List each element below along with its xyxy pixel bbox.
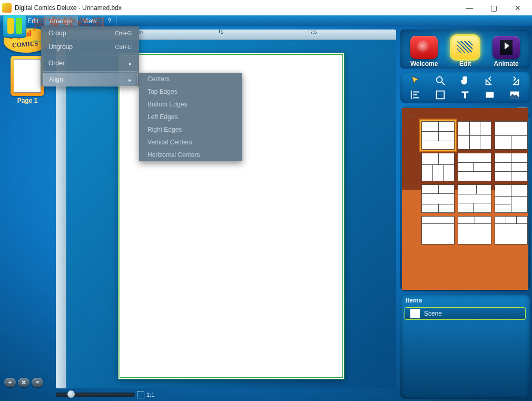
tool-frame[interactable] (428, 88, 452, 101)
minimize-button[interactable]: — (457, 0, 481, 16)
menu-item-ungroup[interactable]: Ungroup Ctrl+U (41, 40, 139, 54)
window-titlebar: Digital Comics Deluxe - Unnamed.bdx — ▢ … (0, 0, 532, 16)
tool-rotate-left[interactable] (478, 74, 502, 87)
welcome-icon (410, 36, 438, 59)
template-6[interactable] (495, 153, 528, 181)
submenu-bottom-edges[interactable]: Bottom Edges (139, 98, 242, 111)
submenu-vertical-centers[interactable]: Vertical Centers (139, 136, 242, 149)
template-9[interactable] (495, 184, 528, 213)
ruler-vertical (56, 40, 66, 388)
submenu-centers[interactable]: Centers (139, 73, 242, 85)
tool-rotate-right[interactable] (503, 74, 527, 87)
menu-arrange[interactable]: Arrange (44, 16, 78, 26)
zoom-slider-thumb[interactable] (67, 390, 75, 398)
tool-text[interactable] (453, 88, 477, 101)
svg-point-0 (436, 76, 442, 82)
page-thumbnail-label: Page 1 (11, 97, 44, 104)
mode-tabs: Welcome Edit Animate (400, 30, 530, 69)
tool-palette (400, 72, 530, 103)
template-12[interactable] (495, 216, 528, 244)
tool-image[interactable] (503, 88, 527, 101)
tool-hand[interactable] (453, 74, 477, 87)
mode-tab-welcome[interactable]: Welcome (410, 36, 438, 67)
zoom-slider[interactable] (56, 393, 135, 397)
tool-zoom[interactable] (428, 74, 452, 87)
tool-align[interactable] (403, 88, 427, 101)
submenu-left-edges[interactable]: Left Edges (139, 111, 242, 123)
window-title: Digital Comics Deluxe - Unnamed.bdx (15, 4, 122, 12)
submenu-horizontal-centers[interactable]: Horizontal Centers (139, 149, 242, 161)
template-5[interactable] (458, 153, 491, 181)
arrange-dropdown: Group Ctrl+G Ungroup Ctrl+U Order Align … (41, 26, 139, 86)
add-page-button[interactable]: + (4, 378, 16, 387)
tool-select[interactable] (403, 74, 427, 87)
menu-item-group[interactable]: Group Ctrl+G (41, 26, 139, 40)
svg-rect-2 (436, 91, 444, 99)
menu-item-order[interactable]: Order (41, 56, 139, 70)
template-11[interactable] (458, 216, 491, 244)
items-panel-title: Items (400, 295, 530, 306)
app-icon (2, 3, 12, 13)
zoom-bar: 1:1 (56, 389, 396, 400)
menu-help[interactable]: ? (103, 16, 117, 26)
scene-thumb-icon (410, 309, 420, 318)
close-button[interactable]: ✕ (506, 0, 530, 16)
category-photos[interactable] (402, 193, 417, 208)
tool-rect[interactable] (478, 88, 502, 101)
svg-rect-3 (486, 92, 494, 97)
maximize-button[interactable]: ▢ (481, 0, 506, 16)
template-8[interactable] (458, 184, 491, 213)
template-4[interactable] (421, 153, 455, 181)
menu-file[interactable]: File (1, 16, 22, 26)
template-1[interactable] (421, 121, 455, 150)
submenu-right-edges[interactable]: Right Edges (139, 123, 242, 136)
template-3[interactable] (495, 121, 528, 150)
submenu-top-edges[interactable]: Top Edges (139, 85, 242, 98)
page-thumbnail[interactable]: Page 1 (11, 56, 44, 104)
zoom-ratio-button[interactable]: 1:1 (137, 391, 154, 398)
items-row-scene[interactable]: Scene (405, 307, 526, 320)
animate-icon (492, 36, 520, 59)
menu-edit[interactable]: Edit (22, 16, 44, 26)
menu-item-align[interactable]: Align (43, 73, 137, 86)
menubar: File Edit Arrange View ? (0, 16, 532, 26)
menu-view[interactable]: View (78, 16, 103, 26)
template-10[interactable] (421, 216, 455, 244)
template-2[interactable] (458, 121, 491, 150)
template-7[interactable] (421, 184, 455, 213)
remove-page-button[interactable]: ✕ (18, 378, 29, 387)
mode-tab-animate[interactable]: Animate (492, 36, 520, 67)
page-options-button[interactable]: ≡ (32, 378, 43, 387)
mode-tab-edit[interactable]: Edit (451, 36, 479, 67)
align-submenu: Centers Top Edges Bottom Edges Left Edge… (139, 73, 242, 161)
items-panel: Items Scene (400, 295, 530, 399)
category-strip: OK (400, 106, 419, 291)
edit-icon (451, 36, 479, 59)
svg-line-1 (442, 82, 445, 85)
templates-panel: ✕ OK Page Templates ▼ (400, 106, 530, 291)
